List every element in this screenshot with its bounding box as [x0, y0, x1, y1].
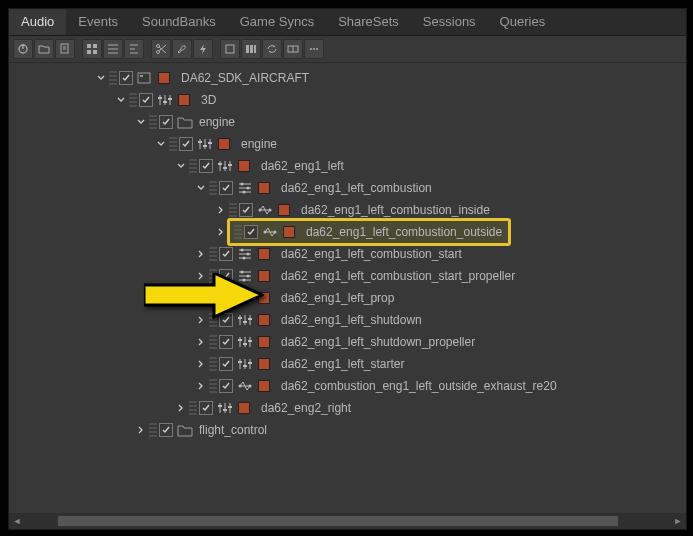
tree-item-label[interactable]: engine	[237, 136, 281, 152]
inclusion-checkbox[interactable]	[219, 247, 233, 261]
horizontal-scrollbar[interactable]: ◄ ►	[9, 513, 686, 529]
toolbar-sync-icon[interactable]	[262, 39, 282, 59]
expand-open-icon[interactable]	[155, 140, 167, 148]
drag-handle-icon[interactable]	[209, 269, 217, 283]
expand-closed-icon[interactable]	[215, 228, 227, 236]
scroll-thumb[interactable]	[57, 515, 619, 527]
inclusion-checkbox[interactable]	[159, 423, 173, 437]
tree-item-label[interactable]: flight_control	[195, 422, 271, 438]
toolbar-wrench-icon[interactable]	[172, 39, 192, 59]
tree-item-label[interactable]: da62_eng1_left_combustion_start_propelle…	[277, 268, 519, 284]
tree-item-label[interactable]: 3D	[197, 92, 220, 108]
toolbar-power-icon[interactable]	[13, 39, 33, 59]
inclusion-checkbox[interactable]	[219, 313, 233, 327]
tab-audio[interactable]: Audio	[9, 9, 66, 35]
toolbar-align-icon[interactable]	[124, 39, 144, 59]
tree-row[interactable]: da62_eng1_left	[9, 155, 686, 177]
inclusion-checkbox[interactable]	[219, 269, 233, 283]
toolbar-new-icon[interactable]	[55, 39, 75, 59]
inclusion-checkbox[interactable]	[219, 291, 233, 305]
toolbar-list-icon[interactable]	[103, 39, 123, 59]
tree-view[interactable]: DA62_SDK_AIRCRAFT3Dengineengineda62_eng1…	[9, 63, 686, 511]
expand-closed-icon[interactable]	[195, 250, 207, 258]
toolbar-bolt-icon[interactable]	[193, 39, 213, 59]
tree-item-label[interactable]: da62_eng1_left_prop	[277, 290, 398, 306]
tree-row[interactable]: da62_combustion_eng1_left_outside_exhaus…	[9, 375, 686, 397]
drag-handle-icon[interactable]	[209, 291, 217, 305]
tree-item-label[interactable]: da62_eng2_right	[257, 400, 355, 416]
drag-handle-icon[interactable]	[209, 335, 217, 349]
tree-item-label[interactable]: da62_eng1_left_shutdown	[277, 312, 426, 328]
expand-closed-icon[interactable]	[195, 382, 207, 390]
expand-closed-icon[interactable]	[195, 294, 207, 302]
tree-row[interactable]: da62_eng2_right	[9, 397, 686, 419]
inclusion-checkbox[interactable]	[159, 115, 173, 129]
drag-handle-icon[interactable]	[109, 71, 117, 85]
tree-item-label[interactable]: da62_eng1_left	[257, 158, 348, 174]
toolbar-folder-icon[interactable]	[34, 39, 54, 59]
expand-closed-icon[interactable]	[215, 206, 227, 214]
drag-handle-icon[interactable]	[189, 401, 197, 415]
tree-item-label[interactable]: da62_eng1_left_combustion_start	[277, 246, 466, 262]
tree-item-label[interactable]: DA62_SDK_AIRCRAFT	[177, 70, 313, 86]
scroll-right-arrow[interactable]: ►	[670, 513, 686, 529]
toolbar-more-icon[interactable]	[304, 39, 324, 59]
inclusion-checkbox[interactable]	[119, 71, 133, 85]
drag-handle-icon[interactable]	[209, 247, 217, 261]
tab-events[interactable]: Events	[66, 9, 130, 35]
tree-row[interactable]: da62_eng1_left_shutdown	[9, 309, 686, 331]
drag-handle-icon[interactable]	[209, 357, 217, 371]
toolbar-cols-icon[interactable]	[241, 39, 261, 59]
tree-row[interactable]: engine	[9, 133, 686, 155]
inclusion-checkbox[interactable]	[219, 181, 233, 195]
toolbar-box-icon[interactable]	[220, 39, 240, 59]
tab-soundbanks[interactable]: SoundBanks	[130, 9, 228, 35]
inclusion-checkbox[interactable]	[199, 401, 213, 415]
tree-row[interactable]: da62_eng1_left_prop	[9, 287, 686, 309]
expand-open-icon[interactable]	[175, 162, 187, 170]
expand-closed-icon[interactable]	[195, 316, 207, 324]
tree-row[interactable]: flight_control	[9, 419, 686, 441]
tree-item-label[interactable]: da62_eng1_left_combustion_inside	[297, 202, 494, 218]
tree-row[interactable]: engine	[9, 111, 686, 133]
expand-open-icon[interactable]	[95, 74, 107, 82]
expand-open-icon[interactable]	[115, 96, 127, 104]
drag-handle-icon[interactable]	[149, 115, 157, 129]
inclusion-checkbox[interactable]	[219, 379, 233, 393]
inclusion-checkbox[interactable]	[239, 203, 253, 217]
expand-closed-icon[interactable]	[195, 360, 207, 368]
expand-open-icon[interactable]	[135, 118, 147, 126]
drag-handle-icon[interactable]	[209, 379, 217, 393]
drag-handle-icon[interactable]	[209, 181, 217, 195]
inclusion-checkbox[interactable]	[219, 335, 233, 349]
tab-queries[interactable]: Queries	[488, 9, 558, 35]
expand-closed-icon[interactable]	[135, 426, 147, 434]
inclusion-checkbox[interactable]	[199, 159, 213, 173]
drag-handle-icon[interactable]	[229, 203, 237, 217]
tree-item-label[interactable]: da62_eng1_left_starter	[277, 356, 408, 372]
scroll-left-arrow[interactable]: ◄	[9, 513, 25, 529]
tab-sessions[interactable]: Sessions	[411, 9, 488, 35]
drag-handle-icon[interactable]	[209, 313, 217, 327]
inclusion-checkbox[interactable]	[139, 93, 153, 107]
tree-item-label[interactable]: da62_eng1_left_shutdown_propeller	[277, 334, 479, 350]
tree-row[interactable]: da62_eng1_left_combustion_start	[9, 243, 686, 265]
inclusion-checkbox[interactable]	[179, 137, 193, 151]
toolbar-scissors-icon[interactable]	[151, 39, 171, 59]
tree-row[interactable]: da62_eng1_left_starter	[9, 353, 686, 375]
tab-sharesets[interactable]: ShareSets	[326, 9, 411, 35]
tree-row[interactable]: 3D	[9, 89, 686, 111]
tree-row[interactable]: da62_eng1_left_combustion_outside	[9, 221, 686, 243]
inclusion-checkbox[interactable]	[219, 357, 233, 371]
tab-game-syncs[interactable]: Game Syncs	[228, 9, 326, 35]
tree-item-label[interactable]: da62_eng1_left_combustion_outside	[302, 224, 506, 240]
expand-closed-icon[interactable]	[195, 338, 207, 346]
tree-item-label[interactable]: engine	[195, 114, 239, 130]
toolbar-grid-icon[interactable]	[82, 39, 102, 59]
toolbar-tile-icon[interactable]	[283, 39, 303, 59]
tree-row[interactable]: da62_eng1_left_shutdown_propeller	[9, 331, 686, 353]
drag-handle-icon[interactable]	[169, 137, 177, 151]
expand-closed-icon[interactable]	[175, 404, 187, 412]
tree-row[interactable]: da62_eng1_left_combustion	[9, 177, 686, 199]
inclusion-checkbox[interactable]	[244, 225, 258, 239]
